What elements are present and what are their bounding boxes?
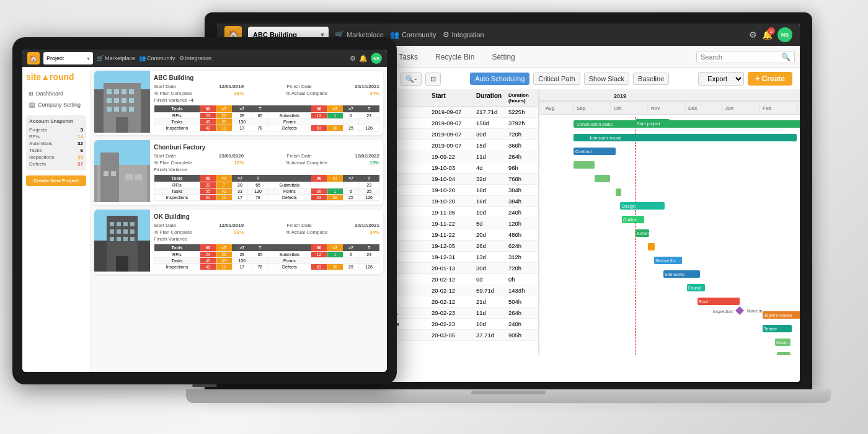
auto-scheduling-button[interactable]: Auto Scheduling <box>470 73 529 85</box>
table-row: Tasks4533130Forms <box>154 258 379 264</box>
project-info-ok: OK Building Start Date 12/01/2019 Finish… <box>150 210 383 274</box>
search-input[interactable] <box>701 53 781 61</box>
search-icon[interactable]: 🔍 <box>781 53 790 61</box>
svg-rect-88 <box>123 229 128 234</box>
svg-rect-93 <box>130 237 135 241</box>
tablet-sidebar-dashboard[interactable]: ⊞ Dashboard <box>26 88 86 99</box>
tablet-sidebar-company-setting[interactable]: 🏢 Company Setting <box>26 99 86 110</box>
svg-text:Contract: Contract <box>575 149 592 154</box>
svg-rect-37 <box>648 243 655 250</box>
svg-rect-86 <box>110 229 114 234</box>
snapshot-row-defects: Defects 27 <box>29 161 83 167</box>
notification-badge: 2 <box>768 27 775 35</box>
export-dropdown[interactable]: Export <box>698 72 744 86</box>
svg-text:Johnson's house: Johnson's house <box>589 136 621 140</box>
svg-text:Tender: Tender <box>764 327 777 331</box>
tablet-bezel: 🏠 Project ▼ 🛒 Marketplace 👥 Community ⚙ … <box>12 37 397 384</box>
svg-rect-70 <box>107 107 112 112</box>
svg-rect-67 <box>114 98 119 103</box>
svg-text:2019: 2019 <box>614 93 626 99</box>
svg-rect-80 <box>135 174 142 180</box>
svg-rect-62 <box>107 89 112 94</box>
svg-text:Found.: Found. <box>688 286 702 290</box>
svg-rect-64 <box>122 89 126 94</box>
baseline-button[interactable]: Baseline <box>633 73 669 85</box>
critical-path-button[interactable]: Critical Path <box>533 73 580 85</box>
project-card-ok: OK Building Start Date 12/01/2019 Finish… <box>94 210 383 274</box>
table-row: Tasks554233130Forms381635 <box>154 188 379 195</box>
svg-text:Site works: Site works <box>665 272 685 277</box>
svg-rect-90 <box>110 237 114 241</box>
svg-rect-82 <box>110 222 114 226</box>
tab-recycle-bin[interactable]: Recycle Bin <box>427 49 483 65</box>
tablet-notifications-icon[interactable]: 🔔 <box>359 55 368 63</box>
svg-text:Construction plans: Construction plans <box>577 122 613 127</box>
svg-text:Inspection: Inspection <box>713 309 733 314</box>
tablet-nav-community[interactable]: 👥 Community <box>139 55 175 61</box>
svg-text:Outline: Outline <box>623 218 637 222</box>
tablet-nav-integration[interactable]: ⚙ Integration <box>179 55 212 61</box>
svg-rect-89 <box>130 229 135 234</box>
tablet-sidebar: site▲round ⊞ Dashboard 🏢 Company Setting… <box>22 67 91 372</box>
nav-integration[interactable]: ⚙ Integration <box>443 30 484 39</box>
svg-text:Design: Design <box>622 204 636 209</box>
snapshot-row-tasks: Tasks 6 <box>29 147 83 154</box>
svg-text:Aug: Aug <box>546 105 554 111</box>
fit-button[interactable]: ⊡ <box>425 73 441 86</box>
table-row: RFIs2072065Submittals23 <box>154 182 379 188</box>
svg-rect-78 <box>111 171 116 176</box>
tablet-topnav: 🏠 Project ▼ 🛒 Marketplace 👥 Community ⚙ … <box>22 50 387 67</box>
account-snapshot: Account Snapshot Projects 3 RFIs 14 Subm… <box>26 115 86 170</box>
create-button[interactable]: + Create <box>748 72 792 86</box>
project-stats-table-abc: Tools00<7>7T00<7>7T RFIs23222965Submitta… <box>154 105 379 131</box>
tablet-site-logo: site▲round <box>26 72 86 82</box>
project-stats-table-chonburi: Tools00<7>7T00<7>7T RFIs2072065Submittal… <box>154 175 379 201</box>
tablet-integration-icon: ⚙ <box>179 55 184 61</box>
svg-text:Dec: Dec <box>688 105 697 111</box>
tablet-nav-marketplace[interactable]: 🛒 Marketplace <box>97 55 135 61</box>
snapshot-row-inspections: Inspections 35 <box>29 154 83 161</box>
svg-text:Issue...: Issue... <box>776 340 790 345</box>
tablet-home-indicator <box>192 384 217 387</box>
tablet-project-selector[interactable]: Project ▼ <box>43 52 93 64</box>
tab-setting[interactable]: Setting <box>483 49 523 65</box>
notifications-icon[interactable]: 🔔 2 <box>762 30 773 40</box>
tablet-content: site▲round ⊞ Dashboard 🏢 Company Setting… <box>22 67 387 372</box>
svg-rect-84 <box>123 222 128 226</box>
snapshot-row-projects: Projects 3 <box>29 126 83 133</box>
svg-rect-83 <box>117 222 121 226</box>
company-setting-icon: 🏢 <box>29 102 35 108</box>
search-box: 🔍 <box>696 51 795 63</box>
tablet-settings-icon[interactable]: ⚙ <box>350 55 356 63</box>
integration-icon: ⚙ <box>443 30 450 39</box>
tablet-home-button[interactable]: 🏠 <box>27 52 40 64</box>
svg-text:Start project: Start project <box>637 122 660 126</box>
svg-rect-87 <box>117 229 121 234</box>
snapshot-row-rfis: RFIs 14 <box>29 133 83 140</box>
table-row: RFIs23222965Submittals121623 <box>154 252 379 258</box>
svg-rect-94 <box>116 256 128 272</box>
table-row: RFIs23222965Submittals121623 <box>154 113 379 119</box>
svg-rect-28 <box>574 161 595 169</box>
tablet-user-avatar[interactable]: NS <box>371 53 382 64</box>
settings-icon[interactable]: ⚙ <box>749 30 757 40</box>
svg-text:Secure fin.: Secure fin. <box>655 259 676 263</box>
tablet-main: ABC Building Start Date 12/01/2019 Finis… <box>91 67 387 372</box>
svg-rect-76 <box>100 153 119 202</box>
svg-text:Oct: Oct <box>614 105 622 111</box>
user-avatar[interactable]: NS <box>777 27 792 42</box>
svg-rect-79 <box>125 174 133 180</box>
snapshot-row-submittals: Submittals 32 <box>29 140 83 147</box>
svg-marker-46 <box>735 306 744 315</box>
svg-rect-68 <box>122 98 126 103</box>
svg-rect-63 <box>114 89 119 94</box>
tablet-device: 🏠 Project ▼ 🛒 Marketplace 👥 Community ⚙ … <box>12 37 409 397</box>
svg-rect-91 <box>117 237 121 241</box>
project-card-abc: ABC Building Start Date 12/01/2019 Finis… <box>94 71 383 135</box>
svg-rect-69 <box>129 98 134 103</box>
svg-text:Nov: Nov <box>651 105 660 111</box>
table-row: Inspections62111778Defects633825126 <box>154 195 379 201</box>
show-slack-button[interactable]: Show Slack <box>584 73 629 85</box>
svg-rect-66 <box>107 98 112 103</box>
tablet-create-project-button[interactable]: Create New Project <box>26 175 86 186</box>
